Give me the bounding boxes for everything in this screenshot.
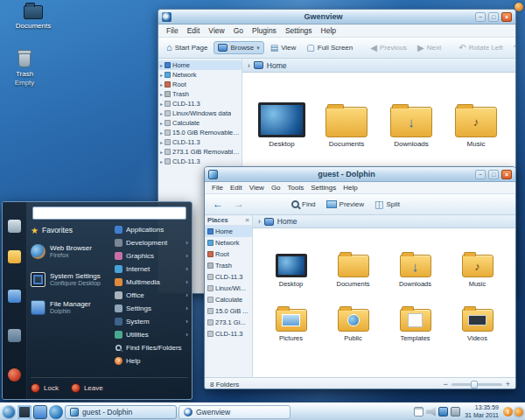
tree-item-root[interactable]: Root <box>158 80 242 89</box>
menu-go[interactable]: Go <box>229 25 248 36</box>
tree-item-device[interactable]: CLD-11.3 <box>158 137 242 147</box>
category-system[interactable]: System <box>115 315 188 328</box>
tree-item-trash[interactable]: Trash <box>158 89 242 99</box>
place-home[interactable]: Home <box>205 226 252 237</box>
maximize-button[interactable] <box>488 170 499 179</box>
place-device[interactable]: 15.0 GiB ... <box>205 305 252 317</box>
place-device[interactable]: Calculate <box>205 294 252 305</box>
folder-item-downloads[interactable]: Downloads <box>379 78 444 148</box>
volume-tray-icon[interactable] <box>426 407 436 416</box>
folder-item-documents[interactable]: Documents <box>322 234 384 288</box>
tree-item-device[interactable]: Linux/Windows data <box>158 108 242 118</box>
notifications-icon[interactable] <box>503 407 513 416</box>
place-network[interactable]: Network <box>205 237 252 248</box>
menu-help[interactable]: Help <box>317 25 340 36</box>
place-root[interactable]: Root <box>205 248 252 260</box>
documents-tab-icon[interactable] <box>8 250 21 263</box>
web-browser-launcher-icon[interactable] <box>49 405 63 419</box>
rotate-left-button[interactable]: Rotate Left <box>454 41 508 55</box>
forward-button[interactable] <box>229 197 248 212</box>
split-button[interactable]: Split <box>370 197 404 212</box>
folder-item-music[interactable]: Music <box>446 234 508 288</box>
close-panel-icon[interactable] <box>245 216 249 224</box>
menu-file[interactable]: File <box>162 25 183 36</box>
tree-item-device[interactable]: CLD-11.3 <box>158 99 242 108</box>
folder-item-public[interactable]: Public <box>322 288 384 342</box>
preview-button[interactable]: Preview <box>322 198 368 211</box>
leave-button[interactable]: Leave <box>71 383 103 393</box>
menu-view[interactable]: View <box>204 25 228 36</box>
zoom-slider[interactable] <box>452 383 502 386</box>
show-desktop-button[interactable] <box>18 405 32 419</box>
applications-tab-icon[interactable] <box>8 290 21 303</box>
category-settings[interactable]: Settings <box>115 302 188 315</box>
minimize-button[interactable] <box>475 12 486 22</box>
menu-help[interactable]: Help <box>340 183 360 192</box>
start-page-button[interactable]: Start Page <box>162 40 212 55</box>
back-button[interactable] <box>208 197 228 212</box>
help-item[interactable]: Help <box>115 354 188 368</box>
folder-item-desktop[interactable]: Desktop <box>260 234 322 288</box>
breadcrumb[interactable]: Home <box>253 215 515 228</box>
launcher-item-web-browser[interactable]: Web BrowserFirefox <box>31 237 113 265</box>
next-button[interactable]: Next <box>413 41 445 55</box>
menu-tools[interactable]: Tools <box>284 183 308 192</box>
folder-item-documents[interactable]: Documents <box>314 78 379 148</box>
tree-item-device[interactable]: 15.0 GiB Removable Media <box>158 128 242 137</box>
launcher-search-input[interactable] <box>32 206 186 220</box>
place-device[interactable]: 273.1 Gi... <box>205 317 252 328</box>
place-device[interactable]: CLD-11.3 <box>205 328 252 340</box>
desktop-icon-trash[interactable]: Trash Empty <box>0 52 49 87</box>
maximize-button[interactable] <box>488 12 499 22</box>
tree-item-device[interactable]: Calculate <box>158 118 242 128</box>
breadcrumb[interactable]: Home <box>242 59 515 73</box>
rotate-right-button[interactable]: Rotate Right <box>509 41 516 55</box>
task-button-gwenview[interactable]: Gwenview <box>178 405 290 419</box>
folder-item-desktop[interactable]: Desktop <box>249 78 314 148</box>
device-notifier-tray-icon[interactable] <box>451 407 460 416</box>
digital-clock[interactable]: 13:35:59 31 Mar 2011 <box>462 404 501 420</box>
application-launcher-button[interactable] <box>2 405 16 419</box>
place-device[interactable]: CLD-11.3 <box>205 271 252 283</box>
tree-item-home[interactable]: Home <box>158 60 242 70</box>
category-office[interactable]: Office <box>115 289 188 302</box>
zoom-in-icon[interactable] <box>506 380 510 388</box>
network-tray-icon[interactable] <box>438 407 448 416</box>
menu-edit[interactable]: Edit <box>227 183 246 192</box>
menu-settings[interactable]: Settings <box>281 25 317 36</box>
desktop-icon-documents[interactable]: Documents <box>7 5 60 31</box>
menu-go[interactable]: Go <box>268 183 284 192</box>
panel-toolbox-icon[interactable] <box>514 408 523 416</box>
category-applications[interactable]: Applications <box>115 223 188 236</box>
folder-item-pictures[interactable]: Pictures <box>260 288 322 342</box>
tree-item-device[interactable]: CLD-11.3 <box>158 157 242 166</box>
recently-used-tab-icon[interactable] <box>8 329 21 342</box>
full-screen-button[interactable]: Full Screen <box>302 41 357 55</box>
category-internet[interactable]: Internet <box>115 262 188 276</box>
gwenview-titlebar[interactable]: Gwenview <box>158 10 515 24</box>
task-button-dolphin[interactable]: guest - Dolphin <box>65 405 177 419</box>
find-button[interactable]: Find <box>287 198 320 211</box>
leave-tab-icon[interactable] <box>8 368 21 382</box>
lock-button[interactable]: Lock <box>31 383 59 393</box>
menu-settings[interactable]: Settings <box>307 183 340 192</box>
dolphin-titlebar[interactable]: guest - Dolphin <box>205 167 515 182</box>
place-trash[interactable]: Trash <box>205 260 252 271</box>
tree-item-network[interactable]: Network <box>158 70 242 80</box>
tree-item-device[interactable]: 273.1 GiB Removable Media <box>158 147 242 157</box>
launcher-item-system-settings[interactable]: System SettingsConfigure Desktop <box>31 265 113 293</box>
view-button[interactable]: View <box>266 41 301 55</box>
previous-button[interactable]: Previous <box>366 41 411 55</box>
menu-plugins[interactable]: Plugins <box>248 25 281 36</box>
zoom-out-icon[interactable] <box>443 380 447 388</box>
folder-item-music[interactable]: Music <box>444 78 508 148</box>
category-multimedia[interactable]: Multimedia <box>115 276 188 289</box>
menu-file[interactable]: File <box>208 183 227 192</box>
zoom-slider-handle[interactable] <box>471 381 478 388</box>
folder-item-templates[interactable]: Templates <box>384 288 446 342</box>
clipboard-tray-icon[interactable] <box>414 407 424 416</box>
place-device[interactable]: Linux/Wi... <box>205 283 252 294</box>
browse-button[interactable]: Browse <box>214 41 263 54</box>
category-utilities[interactable]: Utilities <box>115 328 188 341</box>
file-manager-launcher-icon[interactable] <box>33 405 47 419</box>
